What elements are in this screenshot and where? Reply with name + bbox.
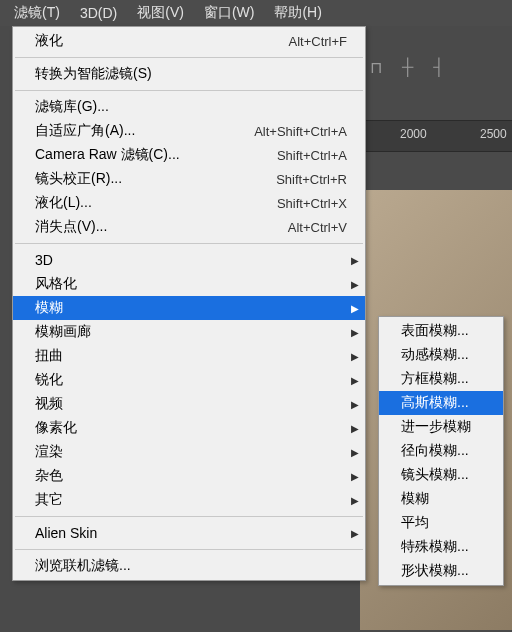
menu-item[interactable]: 表面模糊... bbox=[379, 319, 503, 343]
menu-item[interactable]: 方框模糊... bbox=[379, 367, 503, 391]
chevron-right-icon: ▶ bbox=[351, 399, 359, 410]
menu-item[interactable]: 渲染▶ bbox=[13, 440, 365, 464]
menu-item[interactable]: 镜头模糊... bbox=[379, 463, 503, 487]
menu-item[interactable]: 平均 bbox=[379, 511, 503, 535]
chevron-right-icon: ▶ bbox=[351, 528, 359, 539]
menu-item[interactable]: 杂色▶ bbox=[13, 464, 365, 488]
menu-item-label: 表面模糊... bbox=[401, 322, 485, 340]
menu-item-label: 风格化 bbox=[35, 275, 347, 293]
menu-item[interactable]: 镜头校正(R)...Shift+Ctrl+R bbox=[13, 167, 365, 191]
chevron-right-icon: ▶ bbox=[351, 327, 359, 338]
chevron-right-icon: ▶ bbox=[351, 447, 359, 458]
menu-separator bbox=[15, 549, 363, 550]
menu-item-label: 模糊 bbox=[401, 490, 485, 508]
menu-item-shortcut: Shift+Ctrl+R bbox=[276, 172, 347, 187]
menu-view[interactable]: 视图(V) bbox=[127, 0, 194, 26]
chevron-right-icon: ▶ bbox=[351, 351, 359, 362]
menu-item[interactable]: 模糊画廊▶ bbox=[13, 320, 365, 344]
menu-separator bbox=[15, 57, 363, 58]
menu-item-label: 自适应广角(A)... bbox=[35, 122, 230, 140]
menu-item[interactable]: 液化Alt+Ctrl+F bbox=[13, 29, 365, 53]
menu-item[interactable]: 转换为智能滤镜(S) bbox=[13, 62, 365, 86]
menu-bar: 滤镜(T) 3D(D) 视图(V) 窗口(W) 帮助(H) bbox=[0, 0, 512, 26]
menu-item-label: 动感模糊... bbox=[401, 346, 485, 364]
chevron-right-icon: ▶ bbox=[351, 279, 359, 290]
menu-separator bbox=[15, 90, 363, 91]
menu-item-label: 平均 bbox=[401, 514, 485, 532]
chevron-right-icon: ▶ bbox=[351, 471, 359, 482]
menu-filter[interactable]: 滤镜(T) bbox=[4, 0, 70, 26]
menu-item-label: 视频 bbox=[35, 395, 347, 413]
menu-item[interactable]: 模糊 bbox=[379, 487, 503, 511]
menu-separator bbox=[15, 243, 363, 244]
menu-item-label: 模糊画廊 bbox=[35, 323, 347, 341]
menu-item-label: 形状模糊... bbox=[401, 562, 485, 580]
menu-item[interactable]: 液化(L)...Shift+Ctrl+X bbox=[13, 191, 365, 215]
ruler-tick: 2000 bbox=[400, 127, 427, 141]
menu-item-label: 扭曲 bbox=[35, 347, 347, 365]
menu-item-label: 液化 bbox=[35, 32, 264, 50]
menu-item-label: 锐化 bbox=[35, 371, 347, 389]
menu-help[interactable]: 帮助(H) bbox=[264, 0, 331, 26]
menu-item[interactable]: 锐化▶ bbox=[13, 368, 365, 392]
menu-item-label: 模糊 bbox=[35, 299, 347, 317]
menu-item-label: 滤镜库(G)... bbox=[35, 98, 347, 116]
menu-item[interactable]: 进一步模糊 bbox=[379, 415, 503, 439]
menu-item[interactable]: 风格化▶ bbox=[13, 272, 365, 296]
chevron-right-icon: ▶ bbox=[351, 495, 359, 506]
menu-item[interactable]: 模糊▶ bbox=[13, 296, 365, 320]
chevron-right-icon: ▶ bbox=[351, 255, 359, 266]
menu-item-label: 镜头校正(R)... bbox=[35, 170, 252, 188]
menu-item[interactable]: 消失点(V)...Alt+Ctrl+V bbox=[13, 215, 365, 239]
menu-item-label: 进一步模糊 bbox=[401, 418, 485, 436]
menu-item-label: 像素化 bbox=[35, 419, 347, 437]
menu-item-label: 渲染 bbox=[35, 443, 347, 461]
ruler: 2000 2500 bbox=[360, 120, 512, 152]
menu-item-shortcut: Shift+Ctrl+A bbox=[277, 148, 347, 163]
menu-item-label: 镜头模糊... bbox=[401, 466, 485, 484]
menu-item[interactable]: 扭曲▶ bbox=[13, 344, 365, 368]
menu-item-label: Alien Skin bbox=[35, 525, 347, 541]
menu-item-label: 径向模糊... bbox=[401, 442, 485, 460]
menu-3d[interactable]: 3D(D) bbox=[70, 1, 127, 25]
toolbar-icon: ┤ bbox=[433, 58, 444, 77]
toolbar-icon: ⊓ bbox=[370, 58, 382, 77]
blur-submenu: 表面模糊...动感模糊...方框模糊...高斯模糊...进一步模糊径向模糊...… bbox=[378, 316, 504, 586]
menu-item[interactable]: 自适应广角(A)...Alt+Shift+Ctrl+A bbox=[13, 119, 365, 143]
menu-item-label: Camera Raw 滤镜(C)... bbox=[35, 146, 253, 164]
menu-item[interactable]: 像素化▶ bbox=[13, 416, 365, 440]
menu-item[interactable]: Alien Skin▶ bbox=[13, 521, 365, 545]
menu-item[interactable]: 动感模糊... bbox=[379, 343, 503, 367]
menu-item-label: 特殊模糊... bbox=[401, 538, 485, 556]
menu-item[interactable]: 滤镜库(G)... bbox=[13, 95, 365, 119]
chevron-right-icon: ▶ bbox=[351, 375, 359, 386]
menu-item[interactable]: 径向模糊... bbox=[379, 439, 503, 463]
menu-item-label: 消失点(V)... bbox=[35, 218, 264, 236]
menu-item-label: 浏览联机滤镜... bbox=[35, 557, 347, 575]
menu-item[interactable]: 形状模糊... bbox=[379, 559, 503, 583]
menu-item-label: 3D bbox=[35, 252, 347, 268]
menu-item[interactable]: Camera Raw 滤镜(C)...Shift+Ctrl+A bbox=[13, 143, 365, 167]
menu-item-label: 其它 bbox=[35, 491, 347, 509]
menu-item-label: 液化(L)... bbox=[35, 194, 253, 212]
ruler-tick: 2500 bbox=[480, 127, 507, 141]
toolbar-icon: ┼ bbox=[402, 58, 413, 77]
menu-item-shortcut: Shift+Ctrl+X bbox=[277, 196, 347, 211]
menu-separator bbox=[15, 516, 363, 517]
menu-item[interactable]: 其它▶ bbox=[13, 488, 365, 512]
chevron-right-icon: ▶ bbox=[351, 303, 359, 314]
menu-item[interactable]: 视频▶ bbox=[13, 392, 365, 416]
menu-item[interactable]: 特殊模糊... bbox=[379, 535, 503, 559]
menu-item-label: 方框模糊... bbox=[401, 370, 485, 388]
menu-item-label: 杂色 bbox=[35, 467, 347, 485]
menu-item[interactable]: 浏览联机滤镜... bbox=[13, 554, 365, 578]
menu-item-shortcut: Alt+Ctrl+V bbox=[288, 220, 347, 235]
menu-item-label: 高斯模糊... bbox=[401, 394, 485, 412]
menu-item-label: 转换为智能滤镜(S) bbox=[35, 65, 347, 83]
menu-item-shortcut: Alt+Ctrl+F bbox=[288, 34, 347, 49]
menu-item[interactable]: 3D▶ bbox=[13, 248, 365, 272]
menu-item[interactable]: 高斯模糊... bbox=[379, 391, 503, 415]
menu-window[interactable]: 窗口(W) bbox=[194, 0, 265, 26]
chevron-right-icon: ▶ bbox=[351, 423, 359, 434]
filter-menu: 液化Alt+Ctrl+F转换为智能滤镜(S)滤镜库(G)...自适应广角(A).… bbox=[12, 26, 366, 581]
